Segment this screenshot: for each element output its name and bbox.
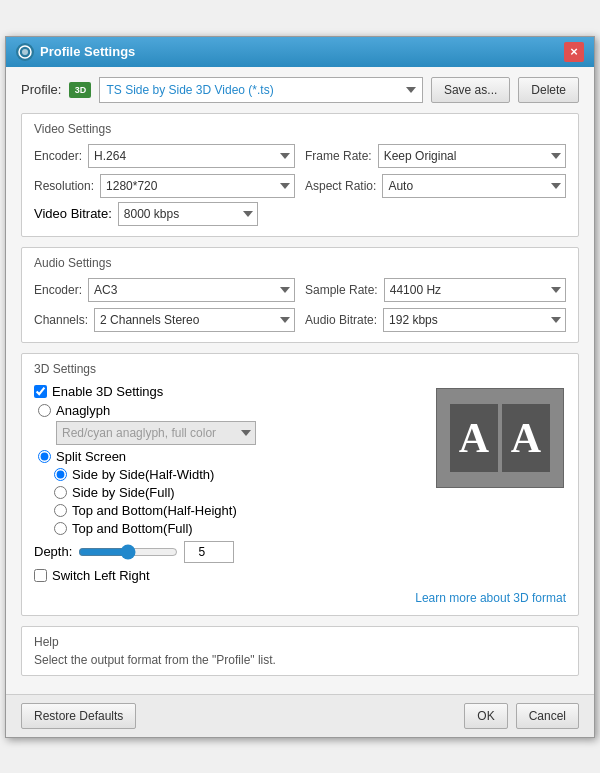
app-icon xyxy=(16,43,34,61)
titlebar-title: Profile Settings xyxy=(40,44,564,59)
sbs-full-label: Side by Side(Full) xyxy=(72,485,175,500)
3d-settings-title: 3D Settings xyxy=(34,362,566,376)
profile-format-icon: 3D xyxy=(69,82,91,98)
dialog-content: Profile: 3D TS Side by Side 3D Video (*.… xyxy=(6,67,594,694)
3d-settings-section: 3D Settings Enable 3D Settings Anaglyph xyxy=(21,353,579,616)
3d-preview-area: A A xyxy=(436,384,566,587)
audio-settings-section: Audio Settings Encoder: AC3 Sample Rate:… xyxy=(21,247,579,343)
3d-preview-box: A A xyxy=(436,388,564,488)
encoder-row: Encoder: H.264 xyxy=(34,144,295,168)
resolution-select[interactable]: 1280*720 xyxy=(100,174,295,198)
depth-slider[interactable] xyxy=(78,544,178,560)
profile-settings-dialog: Profile Settings × Profile: 3D TS Side b… xyxy=(5,36,595,738)
split-screen-row: Split Screen xyxy=(38,449,426,464)
preview-letter-right: A xyxy=(502,404,550,472)
aspect-ratio-label: Aspect Ratio: xyxy=(305,179,376,193)
split-screen-label: Split Screen xyxy=(56,449,126,464)
anaglyph-select[interactable]: Red/cyan anaglyph, full color xyxy=(56,421,256,445)
audio-settings-grid: Encoder: AC3 Sample Rate: 44100 Hz Chann… xyxy=(34,278,566,332)
delete-button[interactable]: Delete xyxy=(518,77,579,103)
footer-right-buttons: OK Cancel xyxy=(464,703,579,729)
titlebar: Profile Settings × xyxy=(6,37,594,67)
ok-button[interactable]: OK xyxy=(464,703,507,729)
svg-point-1 xyxy=(22,49,28,55)
preview-letter-left: A xyxy=(450,404,498,472)
video-bitrate-row: Video Bitrate: 8000 kbps xyxy=(34,202,566,226)
depth-label: Depth: xyxy=(34,544,72,559)
save-as-button[interactable]: Save as... xyxy=(431,77,510,103)
aspect-ratio-row: Aspect Ratio: Auto xyxy=(305,174,566,198)
frame-rate-select[interactable]: Keep Original xyxy=(378,144,566,168)
help-title: Help xyxy=(34,635,566,649)
depth-row: Depth: xyxy=(34,541,426,563)
sbs-half-radio[interactable] xyxy=(54,468,67,481)
dialog-footer: Restore Defaults OK Cancel xyxy=(6,694,594,737)
learn-more-link[interactable]: Learn more about 3D format xyxy=(415,591,566,605)
help-section: Help Select the output format from the "… xyxy=(21,626,579,676)
preview-aa-display: A A xyxy=(450,404,550,472)
channels-select[interactable]: 2 Channels Stereo xyxy=(94,308,295,332)
option-sbshw-row: Side by Side(Half-Width) xyxy=(54,467,426,482)
depth-spinner[interactable] xyxy=(184,541,234,563)
audio-bitrate-select[interactable]: 192 kbps xyxy=(383,308,566,332)
video-bitrate-label: Video Bitrate: xyxy=(34,206,112,221)
help-text: Select the output format from the "Profi… xyxy=(34,653,566,667)
sbs-full-radio[interactable] xyxy=(54,486,67,499)
resolution-row: Resolution: 1280*720 xyxy=(34,174,295,198)
anaglyph-row: Anaglyph xyxy=(38,403,426,418)
option-sbsfull-row: Side by Side(Full) xyxy=(54,485,426,500)
audio-bitrate-row: Audio Bitrate: 192 kbps xyxy=(305,308,566,332)
encoder-label: Encoder: xyxy=(34,149,82,163)
audio-encoder-label: Encoder: xyxy=(34,283,82,297)
video-settings-grid: Encoder: H.264 Frame Rate: Keep Original… xyxy=(34,144,566,198)
audio-settings-title: Audio Settings xyxy=(34,256,566,270)
frame-rate-row: Frame Rate: Keep Original xyxy=(305,144,566,168)
close-button[interactable]: × xyxy=(564,42,584,62)
profile-row: Profile: 3D TS Side by Side 3D Video (*.… xyxy=(21,77,579,103)
sample-rate-row: Sample Rate: 44100 Hz xyxy=(305,278,566,302)
split-screen-radio[interactable] xyxy=(38,450,51,463)
aspect-ratio-select[interactable]: Auto xyxy=(382,174,566,198)
encoder-select[interactable]: H.264 xyxy=(88,144,295,168)
switch-lr-row: Switch Left Right xyxy=(34,568,426,583)
video-bitrate-select[interactable]: 8000 kbps xyxy=(118,202,258,226)
anaglyph-radio[interactable] xyxy=(38,404,51,417)
switch-lr-checkbox[interactable] xyxy=(34,569,47,582)
learn-more-row: Learn more about 3D format xyxy=(34,591,566,605)
audio-encoder-row: Encoder: AC3 xyxy=(34,278,295,302)
frame-rate-label: Frame Rate: xyxy=(305,149,372,163)
sbs-half-label: Side by Side(Half-Width) xyxy=(72,467,214,482)
sample-rate-label: Sample Rate: xyxy=(305,283,378,297)
channels-label: Channels: xyxy=(34,313,88,327)
video-settings-title: Video Settings xyxy=(34,122,566,136)
option-tabh-row: Top and Bottom(Half-Height) xyxy=(54,503,426,518)
audio-bitrate-label: Audio Bitrate: xyxy=(305,313,377,327)
sample-rate-select[interactable]: 44100 Hz xyxy=(384,278,566,302)
restore-defaults-button[interactable]: Restore Defaults xyxy=(21,703,136,729)
tab-half-label: Top and Bottom(Half-Height) xyxy=(72,503,237,518)
video-settings-section: Video Settings Encoder: H.264 Frame Rate… xyxy=(21,113,579,237)
tab-full-radio[interactable] xyxy=(54,522,67,535)
cancel-button[interactable]: Cancel xyxy=(516,703,579,729)
profile-select[interactable]: TS Side by Side 3D Video (*.ts) xyxy=(99,77,422,103)
tab-half-radio[interactable] xyxy=(54,504,67,517)
resolution-label: Resolution: xyxy=(34,179,94,193)
switch-lr-label: Switch Left Right xyxy=(52,568,150,583)
channels-row: Channels: 2 Channels Stereo xyxy=(34,308,295,332)
tab-full-label: Top and Bottom(Full) xyxy=(72,521,193,536)
enable-3d-label: Enable 3D Settings xyxy=(52,384,163,399)
option-tabfull-row: Top and Bottom(Full) xyxy=(54,521,426,536)
enable-3d-checkbox[interactable] xyxy=(34,385,47,398)
anaglyph-label: Anaglyph xyxy=(56,403,110,418)
enable-3d-row: Enable 3D Settings xyxy=(34,384,426,399)
profile-label: Profile: xyxy=(21,82,61,97)
3d-settings-layout: Enable 3D Settings Anaglyph Red/cyan ana… xyxy=(34,384,566,587)
3d-settings-controls: Enable 3D Settings Anaglyph Red/cyan ana… xyxy=(34,384,426,587)
audio-encoder-select[interactable]: AC3 xyxy=(88,278,295,302)
